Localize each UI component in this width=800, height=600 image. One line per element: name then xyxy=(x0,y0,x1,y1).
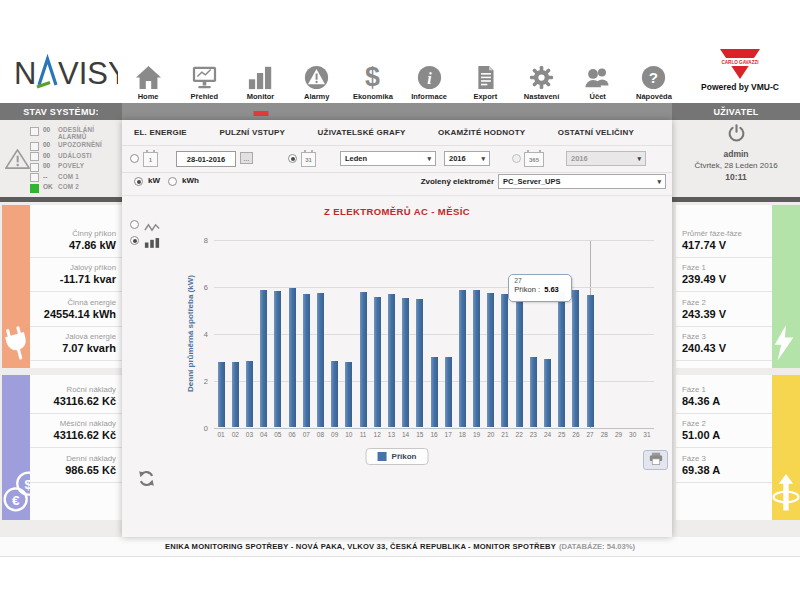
chart-type-line-radio[interactable] xyxy=(130,220,139,229)
metric-row: Činný příkon47.86 kW xyxy=(30,223,122,258)
metric-value: -11.71 kvar xyxy=(60,273,116,285)
nav-item-ekonomika[interactable]: $Ekonomika xyxy=(345,47,401,103)
tab-ostatn-veli-iny[interactable]: OSTATNÍ VELIČINY xyxy=(558,128,634,137)
metric-value: 417.74 V xyxy=(682,239,726,251)
username: admin xyxy=(723,149,748,159)
informace-icon: i xyxy=(416,63,443,90)
tab-el-energie[interactable]: EL. ENERGIE xyxy=(134,128,187,137)
nav-item-export[interactable]: Export xyxy=(457,47,513,103)
year-select-disabled[interactable]: 2016▾ xyxy=(566,151,646,166)
user-panel: admin Čtvrtek, 28 Leden 2016 10:11 xyxy=(672,124,800,196)
metric-card: Činný příkon47.86 kWJalový příkon-11.71 … xyxy=(30,205,122,368)
gridline xyxy=(214,428,654,429)
unit-kwh-radio[interactable] xyxy=(168,177,177,186)
bar-day-03[interactable] xyxy=(246,361,253,427)
bar-day-04[interactable] xyxy=(260,290,267,427)
tab-okam-it-hodnoty[interactable]: OKAMŽITÉ HODNOTY xyxy=(438,128,525,137)
main-nav: HomePřehledMonitorAlarmy$EkonomikaiInfor… xyxy=(120,47,682,103)
export-icon xyxy=(472,63,499,90)
system-status-title: STAV SYSTÉMU: xyxy=(0,103,122,120)
print-button[interactable] xyxy=(643,450,668,470)
range-day-radio[interactable] xyxy=(130,154,139,163)
bar-day-12[interactable] xyxy=(374,297,381,427)
bar-chart-plot[interactable]: 27 Příkon : 5.63 xyxy=(214,240,654,428)
footer-database: (DATABÁZE: 54.03%) xyxy=(559,542,635,551)
status-count: 00 xyxy=(43,152,54,159)
nav-item-alarmy[interactable]: Alarmy xyxy=(289,47,345,103)
nav-item-napoveda[interactable]: ?Nápověda xyxy=(626,47,682,103)
nav-item-monitor[interactable]: Monitor xyxy=(232,47,288,103)
metric-label: Jalový příkon xyxy=(70,263,116,272)
month-select[interactable]: Leden▾ xyxy=(340,151,436,166)
nav-item-informace[interactable]: iInformace xyxy=(401,47,457,103)
bar-day-26[interactable] xyxy=(572,290,579,427)
chevron-down-icon: ▾ xyxy=(637,155,641,163)
bar-day-14[interactable] xyxy=(402,298,409,427)
date-picker-button[interactable]: ... xyxy=(240,152,253,164)
unit-kw-radio[interactable] xyxy=(134,177,143,186)
bar-day-06[interactable] xyxy=(289,288,296,427)
system-status-list: 00ODESÍLÁNÍ ALARMŮ00UPOZORNĚNÍ00UDÁLOSTI… xyxy=(30,126,120,193)
metric-label: Fáze 3 xyxy=(682,332,706,341)
bar-day-02[interactable] xyxy=(232,362,239,427)
bar-day-19[interactable] xyxy=(473,290,480,427)
metric-row: Fáze 1239.49 V xyxy=(676,258,772,293)
bar-day-17[interactable] xyxy=(445,357,452,428)
calendar-month-icon[interactable]: 31 xyxy=(301,152,316,167)
status-bar: STAV SYSTÉMU: UŽIVATEL xyxy=(0,103,800,120)
nav-item-home[interactable]: Home xyxy=(120,47,176,103)
bar-day-27[interactable] xyxy=(587,295,594,427)
bar-day-09[interactable] xyxy=(331,361,338,427)
nav-item-ucet[interactable]: Účet xyxy=(570,47,626,103)
bar-day-25[interactable] xyxy=(558,291,565,427)
napoveda-icon: ? xyxy=(640,63,667,90)
y-tick-label: 8 xyxy=(190,236,208,245)
bar-day-20[interactable] xyxy=(487,293,494,427)
power-icon[interactable] xyxy=(727,124,746,147)
bar-day-13[interactable] xyxy=(388,294,395,427)
date-input[interactable] xyxy=(176,151,236,167)
bar-day-24[interactable] xyxy=(544,359,551,427)
metric-value: 24554.14 kWh xyxy=(44,308,116,320)
nav-item-prehled[interactable]: Přehled xyxy=(176,47,232,103)
bar-day-22[interactable] xyxy=(516,298,523,427)
meter-select[interactable]: PC_Server_UPS▾ xyxy=(498,174,666,189)
tab-pulzn-vstupy[interactable]: PULZNÍ VSTUPY xyxy=(219,128,285,137)
nav-item-nastaveni[interactable]: Nastavení xyxy=(513,47,569,103)
bar-day-08[interactable] xyxy=(317,293,324,427)
lightning-icon xyxy=(770,324,798,366)
bar-day-11[interactable] xyxy=(360,292,367,427)
nav-item-label: Informace xyxy=(411,92,447,101)
system-status-panel: 00ODESÍLÁNÍ ALARMŮ00UPOZORNĚNÍ00UDÁLOSTI… xyxy=(0,122,122,196)
metric-row: Fáze 3240.43 V xyxy=(676,327,772,362)
nav-item-label: Alarmy xyxy=(304,92,329,101)
status-row: --COM 1 xyxy=(30,173,120,183)
year-select[interactable]: 2016▾ xyxy=(444,151,490,166)
refresh-button[interactable] xyxy=(137,469,156,492)
range-month-radio[interactable] xyxy=(288,154,297,163)
bar-day-15[interactable] xyxy=(416,299,423,427)
chevron-down-icon: ▾ xyxy=(481,155,485,163)
range-year-radio[interactable] xyxy=(512,154,521,163)
metric-label: Roční náklady xyxy=(67,385,116,394)
bar-day-18[interactable] xyxy=(459,290,466,427)
chart-legend[interactable]: Příkon xyxy=(366,448,429,465)
metric-row: Měsíční náklady43116.62 Kč xyxy=(30,414,122,449)
bar-day-23[interactable] xyxy=(530,357,537,428)
right-metrics-section: Fáze 184.36 AFáze 251.00 AFáze 369.38 A xyxy=(672,375,800,520)
calendar-day-icon[interactable]: 1 xyxy=(143,152,158,167)
unit-kw-label: kW xyxy=(148,176,160,185)
nav-item-label: Monitor xyxy=(247,92,275,101)
bar-day-07[interactable] xyxy=(303,294,310,427)
bar-day-10[interactable] xyxy=(345,362,352,427)
bar-day-16[interactable] xyxy=(431,357,438,428)
calendar-year-icon[interactable]: 365 xyxy=(524,152,544,167)
bar-day-21[interactable] xyxy=(501,294,508,427)
bar-day-01[interactable] xyxy=(218,362,225,427)
tab-u-ivatelsk-grafy[interactable]: UŽIVATELSKÉ GRAFY xyxy=(318,128,406,137)
bar-day-05[interactable] xyxy=(274,291,281,427)
metric-card: Roční náklady43116.62 KčMěsíční náklady4… xyxy=(30,375,122,520)
x-tick-label: 31 xyxy=(639,431,655,438)
chart-type-bar-radio[interactable] xyxy=(130,236,139,245)
metric-row: Denní náklady986.65 Kč xyxy=(30,448,122,483)
